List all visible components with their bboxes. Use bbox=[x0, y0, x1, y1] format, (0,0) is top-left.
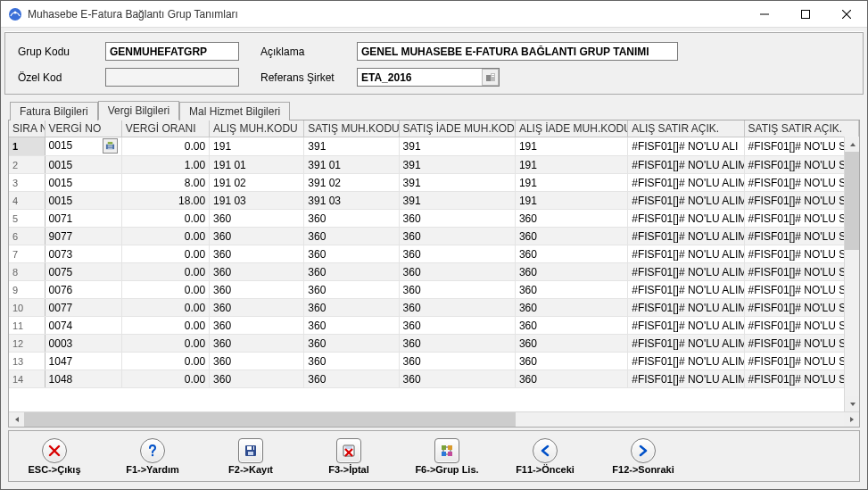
cell-siade[interactable]: 391 bbox=[399, 192, 515, 210]
cell-siade[interactable]: 360 bbox=[399, 299, 515, 317]
cell-alis[interactable]: 360 bbox=[210, 245, 304, 263]
cell-sacik[interactable]: #FISF01[]# NO'LU SATI bbox=[744, 228, 858, 245]
cell-aiade[interactable]: 360 bbox=[515, 317, 627, 335]
col-satis-iade-muh-kodu[interactable]: SATIŞ İADE MUH.KODU bbox=[399, 120, 515, 137]
col-alis-iade-muh-kodu[interactable]: ALIŞ İADE MUH.KODU bbox=[515, 120, 627, 137]
cell-oran[interactable]: 0.00 bbox=[121, 263, 209, 281]
cell-aiade[interactable]: 191 bbox=[515, 174, 627, 192]
cell-satis[interactable]: 360 bbox=[304, 263, 399, 281]
cell-alis[interactable]: 360 bbox=[210, 263, 304, 281]
cell-siade[interactable]: 391 bbox=[399, 137, 515, 156]
cell-siade[interactable]: 391 bbox=[399, 156, 515, 174]
esc-cikis-button[interactable]: ESC->Çıkış bbox=[21, 438, 87, 475]
cell-oran[interactable]: 0.00 bbox=[121, 210, 209, 228]
cell-sacik[interactable]: #FISF01[]# NO'LU SATI bbox=[744, 210, 858, 228]
minimize-button[interactable] bbox=[744, 1, 785, 27]
vscroll-thumb[interactable] bbox=[845, 152, 859, 250]
f3-iptal-button[interactable]: F3->İptal bbox=[316, 438, 382, 475]
grid-scroll[interactable]: SIRA NO VERGİ NO VERGİ ORANI ALIŞ MUH.KO… bbox=[9, 120, 859, 411]
cell-aiade[interactable]: 191 bbox=[515, 156, 627, 174]
cell-satis[interactable]: 391 02 bbox=[304, 174, 399, 192]
cell-satis[interactable]: 391 03 bbox=[304, 192, 399, 210]
cell-aacik[interactable]: #FISF01[]# NO'LU ALIM F. bbox=[628, 245, 744, 263]
cell-vergino[interactable]: 0076 bbox=[45, 281, 121, 299]
cell-alis[interactable]: 360 bbox=[210, 335, 304, 353]
cell-sacik[interactable]: #FISF01[]# NO'LU SATI bbox=[744, 370, 858, 388]
cell-oran[interactable]: 0.00 bbox=[121, 370, 209, 388]
cell-aacik[interactable]: #FISF01[]# NO'LU ALIM F. bbox=[628, 192, 744, 210]
cell-satis[interactable]: 360 bbox=[304, 228, 399, 245]
cell-sacik[interactable]: #FISF01[]# NO'LU SATI bbox=[744, 317, 858, 335]
table-row[interactable]: 1410480.00360360360360#FISF01[]# NO'LU A… bbox=[9, 370, 859, 388]
scroll-down-icon[interactable] bbox=[845, 396, 860, 411]
cell-sacik[interactable]: #FISF01[]# NO'LU SATI bbox=[744, 192, 858, 210]
scroll-right-icon[interactable] bbox=[844, 412, 859, 428]
col-satis-satir-acik[interactable]: SATIŞ SATIR AÇIK. bbox=[744, 120, 858, 137]
cell-oran[interactable]: 1.00 bbox=[121, 156, 209, 174]
cell-alis[interactable]: 360 bbox=[210, 210, 304, 228]
cell-sacik[interactable]: #FISF01[]# NO'LU SATI bbox=[744, 174, 858, 192]
table-row[interactable]: 700730.00360360360360#FISF01[]# NO'LU AL… bbox=[9, 245, 859, 263]
cell-alis[interactable]: 360 bbox=[210, 353, 304, 370]
cell-vergino[interactable]: 0015 bbox=[45, 156, 121, 174]
cell-satis[interactable]: 360 bbox=[304, 281, 399, 299]
cell-vergino[interactable]: 0015 bbox=[45, 137, 121, 156]
cell-sacik[interactable]: #FISF01[]# NO'LU SATI bbox=[744, 245, 858, 263]
cell-aacik[interactable]: #FISF01[]# NO'LU ALIM F. bbox=[628, 263, 744, 281]
vertical-scrollbar[interactable] bbox=[844, 137, 859, 411]
cell-aacik[interactable]: #FISF01[]# NO'LU ALIM F. bbox=[628, 210, 744, 228]
col-vergi-no[interactable]: VERGİ NO bbox=[45, 120, 121, 137]
table-row[interactable]: 300158.00191 02391 02391191#FISF01[]# NO… bbox=[9, 174, 859, 192]
cell-vergino[interactable]: 0077 bbox=[45, 299, 121, 317]
cell-satis[interactable]: 360 bbox=[304, 299, 399, 317]
col-sira-no[interactable]: SIRA NO bbox=[9, 120, 45, 137]
cell-sacik[interactable]: #FISF01[]# NO'LU SATI bbox=[744, 335, 858, 353]
scroll-left-icon[interactable] bbox=[9, 412, 24, 428]
cell-siade[interactable]: 360 bbox=[399, 370, 515, 388]
cell-aacik[interactable]: #FISF01[]# NO'LU ALIM F. bbox=[628, 335, 744, 353]
cell-alis[interactable]: 191 01 bbox=[210, 156, 304, 174]
cell-oran[interactable]: 8.00 bbox=[121, 174, 209, 192]
cell-aacik[interactable]: #FISF01[]# NO'LU ALIM F. bbox=[628, 281, 744, 299]
f6-grup-lis-button[interactable]: F6->Grup Lis. bbox=[414, 438, 480, 475]
table-row[interactable]: 800750.00360360360360#FISF01[]# NO'LU AL… bbox=[9, 263, 859, 281]
col-satis-muh-kodu[interactable]: SATIŞ MUH.KODU bbox=[304, 120, 399, 137]
cell-aacik[interactable]: #FISF01[]# NO'LU ALIM F. bbox=[628, 228, 744, 245]
cell-alis[interactable]: 360 bbox=[210, 281, 304, 299]
cell-satis[interactable]: 360 bbox=[304, 317, 399, 335]
close-button[interactable] bbox=[826, 1, 867, 27]
referans-lookup-button[interactable] bbox=[482, 69, 499, 86]
cell-aiade[interactable]: 360 bbox=[515, 299, 627, 317]
col-vergi-orani[interactable]: VERGİ ORANI bbox=[121, 120, 209, 137]
cell-oran[interactable]: 0.00 bbox=[121, 281, 209, 299]
cell-alis[interactable]: 191 bbox=[210, 137, 304, 156]
cell-satis[interactable]: 360 bbox=[304, 335, 399, 353]
cell-siade[interactable]: 360 bbox=[399, 335, 515, 353]
cell-siade[interactable]: 360 bbox=[399, 281, 515, 299]
cell-satis[interactable]: 360 bbox=[304, 370, 399, 388]
table-row[interactable]: 1000770.00360360360360#FISF01[]# NO'LU A… bbox=[9, 299, 859, 317]
cell-sacik[interactable]: #FISF01[]# NO'LU SATI bbox=[744, 156, 858, 174]
cell-alis[interactable]: 360 bbox=[210, 299, 304, 317]
cell-oran[interactable]: 0.00 bbox=[121, 228, 209, 245]
table-row[interactable]: 4001518.00191 03391 03391191#FISF01[]# N… bbox=[9, 192, 859, 210]
cell-aiade[interactable]: 191 bbox=[515, 137, 627, 156]
cell-sacik[interactable]: #FISF01[]# NO'LU SATI bbox=[744, 353, 858, 370]
cell-aiade[interactable]: 360 bbox=[515, 370, 627, 388]
grup-kodu-input[interactable] bbox=[105, 42, 239, 61]
table-row[interactable]: 500710.00360360360360#FISF01[]# NO'LU AL… bbox=[9, 210, 859, 228]
lookup-button[interactable] bbox=[103, 138, 118, 154]
f2-kayit-button[interactable]: F2->Kayıt bbox=[218, 438, 284, 475]
cell-oran[interactable]: 0.00 bbox=[121, 317, 209, 335]
aciklama-input[interactable] bbox=[357, 42, 678, 61]
cell-vergino[interactable]: 0073 bbox=[45, 245, 121, 263]
cell-vergino[interactable]: 0015 bbox=[45, 192, 121, 210]
table-row[interactable]: 200151.00191 01391 01391191#FISF01[]# NO… bbox=[9, 156, 859, 174]
cell-aacik[interactable]: #FISF01[]# NO'LU ALIM F. bbox=[628, 174, 744, 192]
cell-siade[interactable]: 360 bbox=[399, 317, 515, 335]
tab-vergi-bilgileri[interactable]: Vergi Bilgileri bbox=[98, 101, 179, 120]
cell-sacik[interactable]: #FISF01[]# NO'LU SATI bbox=[744, 137, 858, 156]
cell-oran[interactable]: 0.00 bbox=[121, 335, 209, 353]
cell-siade[interactable]: 360 bbox=[399, 245, 515, 263]
cell-sacik[interactable]: #FISF01[]# NO'LU SATI bbox=[744, 263, 858, 281]
